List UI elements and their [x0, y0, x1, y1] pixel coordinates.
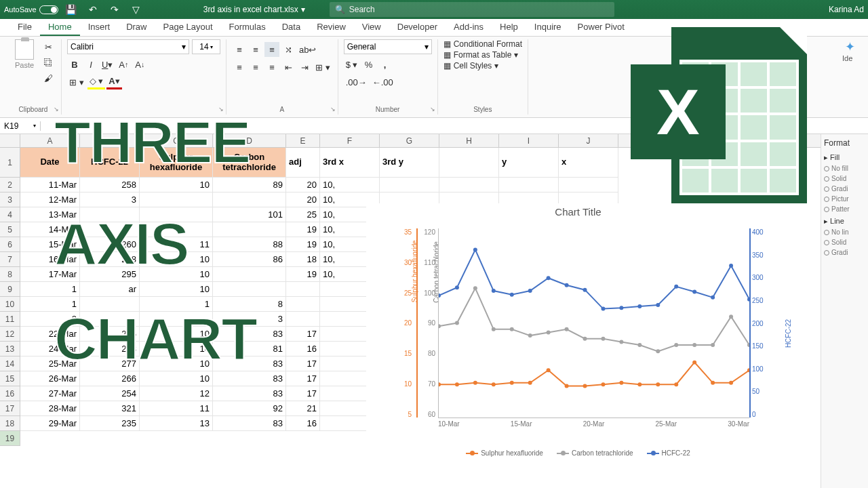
- align-right-icon[interactable]: ≡: [264, 60, 279, 75]
- cell[interactable]: 238: [80, 342, 140, 357]
- row-header[interactable]: 14: [0, 357, 20, 371]
- cell[interactable]: Carbon tetrachloride: [213, 148, 286, 178]
- fill-option[interactable]: Patter: [824, 205, 865, 213]
- wrap-text-icon[interactable]: ab↩: [297, 42, 318, 57]
- cell[interactable]: [286, 312, 320, 327]
- expand-icon[interactable]: ↘: [330, 106, 336, 113]
- row-header[interactable]: 13: [0, 342, 20, 357]
- save-icon[interactable]: 💾: [62, 1, 80, 18]
- cell[interactable]: 83: [213, 416, 286, 431]
- comma-format-icon[interactable]: ,: [377, 57, 392, 72]
- line-option[interactable]: Gradi: [824, 249, 865, 256]
- conditional-formatting-button[interactable]: ▦ Conditional Format: [443, 39, 522, 49]
- cell[interactable]: [213, 222, 286, 237]
- redo-icon[interactable]: ↷: [106, 1, 123, 18]
- section-fill[interactable]: ▸ Fill: [824, 153, 865, 162]
- cell[interactable]: 235: [80, 327, 140, 342]
- decrease-decimal-icon[interactable]: ←.00: [370, 75, 395, 89]
- tab-review[interactable]: Review: [309, 19, 354, 36]
- col-header[interactable]: D: [213, 134, 286, 147]
- row-header[interactable]: 19: [0, 431, 20, 446]
- cell[interactable]: 277: [80, 357, 140, 371]
- cell[interactable]: 19: [286, 222, 320, 237]
- cell[interactable]: 14: [140, 342, 213, 357]
- cell[interactable]: 13: [140, 416, 213, 431]
- cell[interactable]: 92: [213, 401, 286, 416]
- cell[interactable]: 86: [213, 252, 286, 267]
- cell[interactable]: [80, 222, 140, 237]
- row-header[interactable]: 6: [0, 237, 20, 252]
- ideas-icon[interactable]: ✦: [842, 39, 857, 54]
- cell[interactable]: 10: [140, 327, 213, 342]
- row-header[interactable]: 7: [0, 252, 20, 267]
- percent-format-icon[interactable]: %: [361, 57, 376, 72]
- expand-icon[interactable]: ↘: [218, 106, 224, 113]
- cell[interactable]: [213, 282, 286, 297]
- line-option[interactable]: Solid: [824, 239, 865, 246]
- cell[interactable]: 1: [140, 297, 213, 312]
- row-header[interactable]: 15: [0, 371, 20, 386]
- cell[interactable]: Sulphur hexafluoride: [140, 148, 213, 178]
- cell[interactable]: 3: [80, 192, 140, 207]
- cell[interactable]: [140, 312, 213, 327]
- row-header[interactable]: 18: [0, 416, 20, 431]
- orientation-icon[interactable]: ⤭: [281, 42, 296, 57]
- cell[interactable]: 17: [286, 386, 320, 401]
- embedded-chart[interactable]: Chart Title Sulphur hexafluoride Carbon …: [366, 203, 790, 471]
- row-header[interactable]: 9: [0, 282, 20, 297]
- cell[interactable]: 10: [140, 178, 213, 192]
- cell[interactable]: 24-Mar: [20, 342, 80, 357]
- fill-option[interactable]: Gradi: [824, 185, 865, 192]
- expand-icon[interactable]: ↘: [430, 106, 435, 113]
- col-header[interactable]: E: [286, 134, 320, 147]
- search-input[interactable]: 🔍 Search: [330, 2, 614, 17]
- cell[interactable]: 3rd x: [320, 148, 380, 178]
- align-left-icon[interactable]: ≡: [232, 60, 247, 75]
- cell[interactable]: 12-Mar: [20, 192, 80, 207]
- tab-insert[interactable]: Insert: [80, 19, 119, 36]
- cell[interactable]: [80, 297, 140, 312]
- cell[interactable]: 1: [20, 297, 80, 312]
- increase-decimal-icon[interactable]: .00→: [344, 75, 369, 89]
- tab-data[interactable]: Data: [274, 19, 309, 36]
- cell[interactable]: 10: [140, 252, 213, 267]
- select-all-corner[interactable]: [0, 134, 20, 147]
- cell[interactable]: 19: [286, 267, 320, 282]
- cell[interactable]: 12: [140, 386, 213, 401]
- fill-option[interactable]: Solid: [824, 175, 865, 182]
- tab-view[interactable]: View: [354, 19, 389, 36]
- tab-inquire[interactable]: Inquire: [526, 19, 570, 36]
- row-header[interactable]: 10: [0, 297, 20, 312]
- row-header[interactable]: 2: [0, 178, 20, 192]
- cell[interactable]: 20: [286, 192, 320, 207]
- align-top-icon[interactable]: ≡: [232, 42, 247, 57]
- legend-item[interactable]: HCFC-22: [647, 449, 690, 457]
- col-header[interactable]: C: [140, 134, 213, 147]
- cell[interactable]: 14-Mar: [20, 222, 80, 237]
- legend-item[interactable]: Sulphur hexafluoride: [466, 449, 543, 457]
- row-header[interactable]: 1: [0, 148, 20, 178]
- cell[interactable]: [499, 178, 559, 192]
- chart-legend[interactable]: Sulphur hexafluoride Carbon tetrachlorid…: [366, 449, 790, 457]
- paste-button[interactable]: Paste: [11, 39, 38, 69]
- cell[interactable]: 81: [213, 342, 286, 357]
- tab-file[interactable]: File: [9, 19, 40, 36]
- file-name[interactable]: 3rd axis in excel chart.xlsx ▾: [203, 5, 305, 14]
- cell[interactable]: 17-Mar: [20, 267, 80, 282]
- legend-item[interactable]: Carbon tetrachloride: [557, 449, 633, 457]
- cell[interactable]: 17: [286, 371, 320, 386]
- cell[interactable]: 11: [140, 237, 213, 252]
- col-header[interactable]: A: [20, 134, 80, 147]
- cell[interactable]: 18: [286, 252, 320, 267]
- cell[interactable]: 22-Mar: [20, 327, 80, 342]
- font-name-select[interactable]: Calibri▾: [67, 39, 189, 54]
- cell[interactable]: 258: [80, 178, 140, 192]
- tab-page-layout[interactable]: Page Layout: [155, 19, 221, 36]
- cell[interactable]: [140, 222, 213, 237]
- line-option[interactable]: No lin: [824, 228, 865, 236]
- cell[interactable]: 16-Mar: [20, 252, 80, 267]
- fill-option[interactable]: Pictur: [824, 195, 865, 203]
- cell[interactable]: 254: [80, 386, 140, 401]
- cell[interactable]: [286, 297, 320, 312]
- expand-icon[interactable]: ↘: [54, 106, 59, 113]
